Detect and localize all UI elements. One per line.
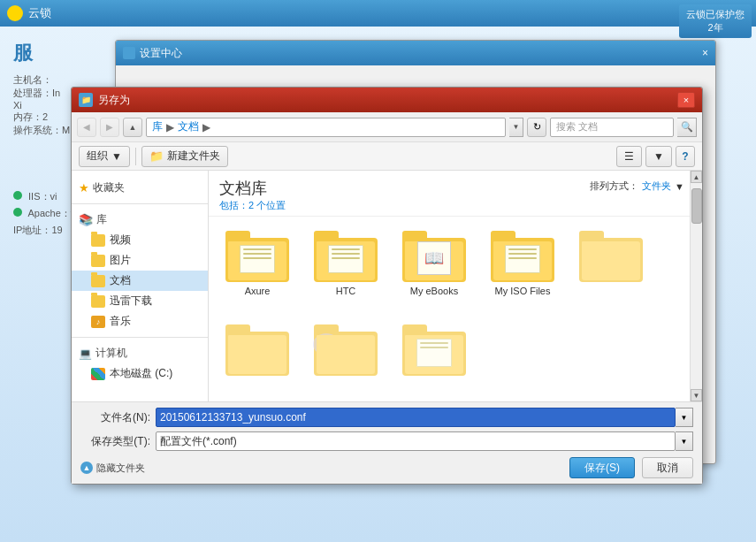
path-dropdown-btn[interactable]: ▼ xyxy=(509,118,523,137)
folder6-img xyxy=(225,324,289,376)
nav-item-documents[interactable]: 文档 xyxy=(72,271,208,291)
folder-tab xyxy=(402,324,427,335)
file-item-htc[interactable]: HTC xyxy=(306,225,386,310)
folder5-img xyxy=(579,231,643,282)
hidden-folder-label: 隐藏文件夹 xyxy=(96,462,145,475)
filetype-dropdown[interactable]: ▼ xyxy=(676,431,693,451)
library-header[interactable]: 📚 库 xyxy=(72,210,208,230)
settings-icon xyxy=(123,47,135,59)
filename-input[interactable] xyxy=(156,408,676,427)
dialog-content: ★ 收藏夹 📚 库 视频 xyxy=(72,171,702,401)
music-label: 音乐 xyxy=(110,314,131,329)
file-item-5[interactable] xyxy=(571,225,651,310)
local-disk-icon xyxy=(91,368,105,380)
file-item-axure[interactable]: Axure xyxy=(218,225,297,310)
new-folder-btn[interactable]: 📁 新建文件夹 xyxy=(141,146,228,167)
left-panel: ★ 收藏夹 📚 库 视频 xyxy=(72,171,209,401)
path-segment1: 库 xyxy=(152,119,163,134)
forward-btn[interactable]: ▶ xyxy=(100,118,119,137)
folder-paper xyxy=(240,245,275,273)
search-placeholder: 搜索 文档 xyxy=(556,120,598,134)
folder-paper xyxy=(416,339,452,367)
folder7-img: ⚙️ xyxy=(314,324,378,376)
file-item-iso[interactable]: My ISO Files xyxy=(483,225,562,310)
view-btn[interactable]: ☰ xyxy=(616,146,642,167)
sort-value[interactable]: 文件夹 xyxy=(642,179,671,193)
right-scrollbar[interactable]: ▲ ▼ xyxy=(690,171,702,401)
scrollbar-track: ▲ ▼ xyxy=(691,171,702,401)
right-panel-header: 文档库 包括：2 个位置 xyxy=(209,171,702,217)
help-btn[interactable]: ? xyxy=(676,146,695,167)
organize-label: 组织 xyxy=(87,149,108,164)
computer-header[interactable]: 💻 计算机 xyxy=(72,343,208,363)
search-input[interactable]: 搜索 文档 xyxy=(550,118,674,137)
toolbar-separator xyxy=(135,148,136,165)
settings-title-bar: 设置中心 × xyxy=(116,41,715,65)
nav-item-pictures[interactable]: 图片 xyxy=(72,250,208,271)
folder-tab xyxy=(579,231,604,241)
hidden-folder-toggle[interactable]: ▲ 隐藏文件夹 xyxy=(80,462,145,475)
view-dropdown-btn[interactable]: ▼ xyxy=(645,146,672,167)
filename-dropdown[interactable]: ▼ xyxy=(676,408,693,427)
folder-tab xyxy=(225,231,250,241)
app-title-bar: 云锁 xyxy=(0,0,756,27)
docs-folder-icon xyxy=(91,275,105,287)
organize-btn[interactable]: 组织 ▼ xyxy=(79,146,130,167)
iso-folder-img xyxy=(491,231,554,282)
dialog-icon: 📁 xyxy=(79,93,93,107)
settings-close-btn[interactable]: × xyxy=(702,47,708,59)
back-btn[interactable]: ◀ xyxy=(77,118,96,137)
nav-item-music[interactable]: ♪ 音乐 xyxy=(72,311,208,332)
computer-label: 计算机 xyxy=(95,346,127,361)
cancel-label: 取消 xyxy=(657,461,678,476)
file-item-7[interactable]: ⚙️ xyxy=(306,319,386,390)
dialog-close-btn[interactable]: × xyxy=(677,92,695,108)
favorites-section: ★ 收藏夹 xyxy=(72,176,208,200)
paper-line xyxy=(243,253,271,255)
nav-item-thunder[interactable]: 迅雷下载 xyxy=(72,291,208,311)
path-bar[interactable]: 库 ▶ 文档 ▶ xyxy=(146,118,506,137)
file-item-6[interactable] xyxy=(218,319,297,390)
dialog-bottom: 文件名(N): ▼ 保存类型(T): 配置文件(*.conf) ▼ ▲ 隐藏文件… xyxy=(72,401,702,484)
library-icon: 📚 xyxy=(79,213,93,226)
sort-arrow[interactable]: ▼ xyxy=(675,181,684,192)
video-folder-icon xyxy=(91,234,105,247)
filetype-select[interactable]: 配置文件(*.conf) xyxy=(156,431,676,451)
divider1 xyxy=(72,203,208,204)
folder-tab xyxy=(491,231,515,241)
sort-control: 排列方式： 文件夹 ▼ xyxy=(590,179,684,193)
search-btn[interactable]: 🔍 xyxy=(677,118,697,137)
nav-item-local-disk[interactable]: 本地磁盘 (C:) xyxy=(72,363,208,384)
refresh-btn[interactable]: ↻ xyxy=(527,118,546,137)
file-item-8[interactable] xyxy=(394,319,474,390)
local-disk-label: 本地磁盘 (C:) xyxy=(110,366,172,381)
htc-folder-img xyxy=(314,231,378,282)
cancel-btn[interactable]: 取消 xyxy=(642,457,693,478)
folder-inner xyxy=(582,241,640,280)
folder-tab xyxy=(225,324,250,335)
new-folder-label: 新建文件夹 xyxy=(167,149,220,164)
filetype-label: 保存类型(T): xyxy=(80,434,156,449)
organize-toolbar: 组织 ▼ 📁 新建文件夹 ☰ ▼ ? xyxy=(72,142,702,171)
folder-inner xyxy=(228,241,286,280)
folder-inner: 📖 xyxy=(405,241,463,280)
dialog-title-bar: 📁 另存为 × xyxy=(72,88,702,112)
up-btn[interactable]: ▲ xyxy=(123,118,142,137)
paper-line xyxy=(332,257,360,259)
sort-prefix: 排列方式： xyxy=(590,179,638,193)
library-section: 📚 库 视频 图片 文档 xyxy=(72,208,208,333)
app-title: 云锁 xyxy=(28,5,51,21)
scrollbar-thumb[interactable] xyxy=(691,188,702,224)
favorites-header[interactable]: ★ 收藏夹 xyxy=(72,178,208,198)
scroll-down-btn[interactable]: ▼ xyxy=(691,389,702,401)
file-item-ebooks[interactable]: 📖 My eBooks xyxy=(394,225,474,310)
scroll-up-btn[interactable]: ▲ xyxy=(691,171,702,183)
save-label: 保存(S) xyxy=(584,461,620,476)
button-row: ▲ 隐藏文件夹 保存(S) 取消 xyxy=(80,455,693,478)
paper-line xyxy=(243,257,271,259)
save-btn[interactable]: 保存(S) xyxy=(569,457,635,478)
paper-lines xyxy=(417,340,451,354)
pictures-label: 图片 xyxy=(110,253,131,268)
nav-item-video[interactable]: 视频 xyxy=(72,230,208,250)
folder-paper xyxy=(505,245,540,273)
